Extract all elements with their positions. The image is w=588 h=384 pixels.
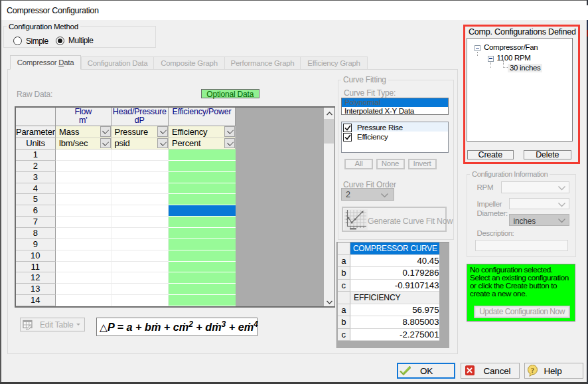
svg-text:?: ?	[530, 366, 534, 374]
